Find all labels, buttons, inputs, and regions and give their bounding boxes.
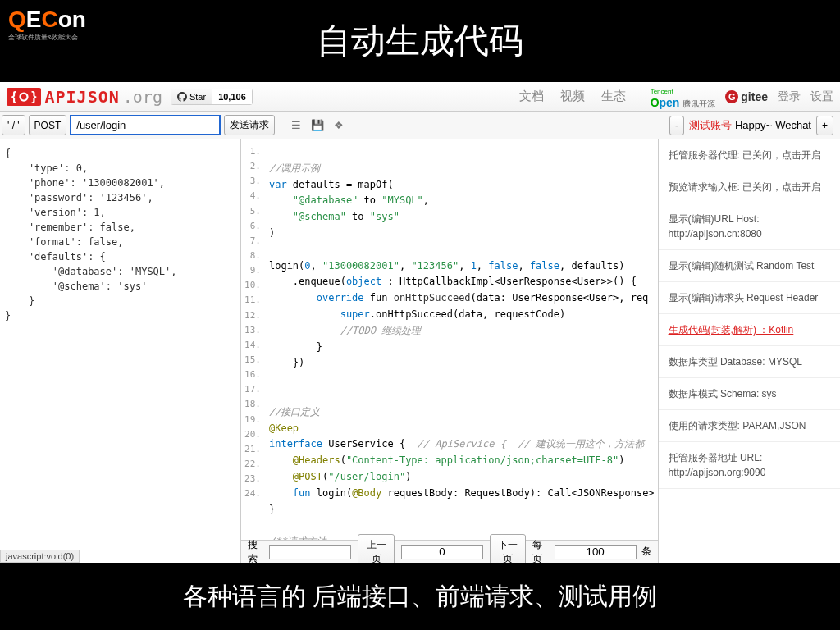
- logo-c: C: [41, 7, 57, 32]
- star-count: 10,106: [212, 89, 252, 104]
- qecon-logo: QECon 全球软件质量&效能大会: [8, 7, 86, 42]
- search-input[interactable]: [269, 545, 351, 559]
- tencent-open[interactable]: TencentOpen 腾讯开源: [651, 83, 716, 110]
- gitee-text: gitee: [741, 90, 768, 103]
- gitee-logo[interactable]: Ggitee: [725, 90, 768, 103]
- github-icon: [177, 92, 187, 102]
- settings-item[interactable]: 数据库模式 Schema: sys: [659, 378, 840, 410]
- settings-item[interactable]: 数据库类型 Database: MYSQL: [659, 346, 840, 378]
- method-button[interactable]: POST: [29, 115, 67, 135]
- logo-suffix: .org: [123, 87, 162, 107]
- code-editor[interactable]: 123456789101112131415161718192021222324 …: [241, 139, 658, 540]
- save-icon[interactable]: 💾: [311, 119, 324, 131]
- plus-button[interactable]: +: [816, 116, 833, 135]
- star-button[interactable]: Star: [171, 89, 212, 104]
- toolbar-icons: ☰ 💾 ❖: [283, 112, 352, 139]
- toolbar: ' / ' POST 发送请求 ☰ 💾 ❖ - 测试账号 Happy~ Wech…: [0, 112, 840, 139]
- wechat-label: Wechat: [775, 119, 811, 131]
- minus-button[interactable]: -: [669, 116, 684, 135]
- settings-item[interactable]: 托管服务器代理: 已关闭，点击开启: [659, 139, 840, 171]
- slide-footer-text: 各种语言的 后端接口、前端请求、测试用例: [183, 580, 657, 614]
- app-window: {} APIJSON.org Star 10,106 文档 视频 生态 Tenc…: [0, 82, 840, 563]
- happy-label: Happy~: [735, 119, 772, 131]
- app-logo[interactable]: {} APIJSON.org: [7, 87, 162, 107]
- settings-item[interactable]: 使用的请求类型: PARAM,JSON: [659, 410, 840, 442]
- nav-eco[interactable]: 生态: [601, 89, 626, 104]
- github-star[interactable]: Star 10,106: [171, 89, 253, 105]
- settings-item[interactable]: 托管服务器地址 URL: http://apijson.org:9090: [659, 442, 840, 489]
- settings-panel: 托管服务器代理: 已关闭，点击开启预览请求输入框: 已关闭，点击开启显示(编辑)…: [659, 139, 840, 563]
- unit-label: 条: [641, 545, 651, 559]
- logo-name: APIJSON: [44, 87, 119, 107]
- settings-item[interactable]: 显示(编辑)URL Host: http://apijson.cn:8080: [659, 203, 840, 250]
- code-lines[interactable]: //调用示例 var defaults = mapOf( "@database"…: [266, 139, 658, 540]
- test-account[interactable]: 测试账号: [689, 118, 732, 133]
- settings-item[interactable]: 预览请求输入框: 已关闭，点击开启: [659, 171, 840, 203]
- search-bar: 搜索 上一页 下一页 每页 条: [241, 540, 658, 563]
- code-line: //调用示例: [269, 162, 320, 174]
- logo-icon: {}: [7, 88, 41, 106]
- logo-e: E: [26, 7, 42, 32]
- settings-link[interactable]: 设置: [810, 89, 833, 104]
- nav-right: TencentOpen 腾讯开源 Ggitee 登录 设置: [651, 83, 833, 110]
- gitee-icon: G: [725, 90, 738, 103]
- url-input[interactable]: [70, 115, 221, 135]
- layers-icon[interactable]: ❖: [334, 119, 344, 131]
- slide-title: 自动生成代码: [317, 18, 523, 64]
- slide-footer: 各种语言的 后端接口、前端请求、测试用例: [0, 563, 840, 630]
- page-input[interactable]: [401, 545, 483, 559]
- nav-links: 文档 视频 生态: [519, 89, 626, 104]
- request-body-panel[interactable]: { 'type': 0, 'phone': '13000082001', 'pa…: [0, 139, 241, 563]
- login-link[interactable]: 登录: [778, 89, 801, 104]
- settings-item[interactable]: 显示(编辑)请求头 Request Header: [659, 282, 840, 314]
- logo-sub: 全球软件质量&效能大会: [8, 33, 86, 42]
- send-button[interactable]: 发送请求: [224, 115, 275, 135]
- settings-item[interactable]: 显示(编辑)随机测试 Random Test: [659, 250, 840, 282]
- logo-q: Q: [8, 7, 26, 32]
- app-header: {} APIJSON.org Star 10,106 文档 视频 生态 Tenc…: [0, 82, 840, 112]
- per-page-input[interactable]: [555, 545, 637, 559]
- svg-point-0: [21, 93, 28, 100]
- search-label: 搜索: [248, 538, 264, 564]
- settings-item[interactable]: 生成代码(封装,解析) ：Kotlin: [659, 314, 840, 346]
- line-gutter: 123456789101112131415161718192021222324: [241, 139, 266, 540]
- slide-header: QECon 全球软件质量&效能大会 自动生成代码: [0, 0, 840, 82]
- slash-button[interactable]: ' / ': [2, 115, 25, 135]
- code-panel: 123456789101112131415161718192021222324 …: [241, 139, 659, 563]
- logo-on: on: [58, 7, 86, 32]
- prev-page-button[interactable]: 上一页: [358, 534, 394, 564]
- main-row: { 'type': 0, 'phone': '13000082001', 'pa…: [0, 139, 840, 563]
- star-label: Star: [189, 92, 206, 102]
- per-page-label: 每页: [532, 538, 549, 564]
- status-bar: javascript:void(0): [0, 550, 80, 563]
- nav-video[interactable]: 视频: [560, 89, 585, 104]
- list-icon[interactable]: ☰: [291, 119, 301, 131]
- next-page-button[interactable]: 下一页: [490, 534, 526, 564]
- nav-docs[interactable]: 文档: [519, 89, 544, 104]
